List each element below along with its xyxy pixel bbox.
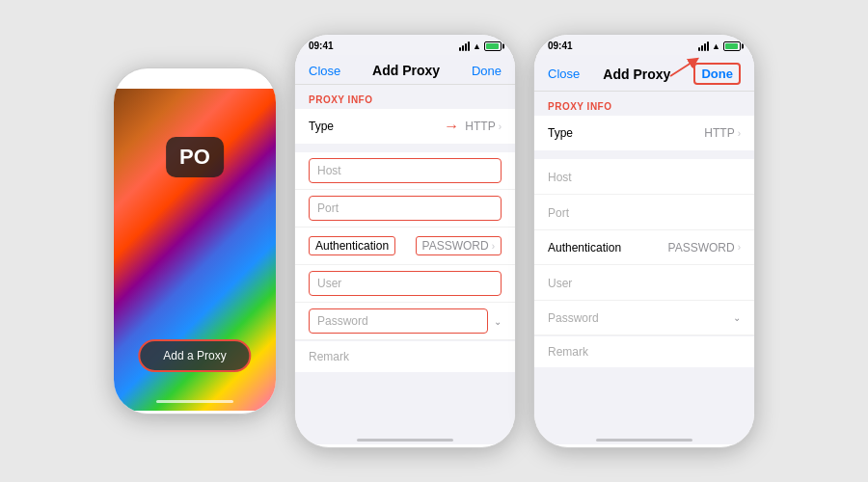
phone-1: 09:34 ← App Store ▲ PO Add a Proxy	[113, 67, 277, 415]
remark-row-3: Remark	[534, 336, 754, 367]
app-store-label: ← App Store	[172, 74, 218, 83]
auth-row-2: Authentication PASSWORD›	[295, 228, 515, 265]
nav-bar-3: Close Add Proxy Done	[534, 55, 754, 92]
status-right-3: ▲	[698, 41, 741, 51]
status-right-1: ▲	[220, 75, 262, 85]
form-screen-2: Close Add Proxy Done PROXY INFO Type → H…	[295, 55, 515, 444]
status-bar-1: 09:34 ← App Store ▲	[114, 68, 276, 89]
home-indicator-2	[357, 439, 453, 442]
user-input-3[interactable]: User	[548, 277, 572, 290]
password-input-3[interactable]: Password	[548, 311, 599, 325]
port-input-2[interactable]: Port	[309, 196, 502, 221]
po-logo: PO	[166, 137, 224, 177]
type-row-2: Type → HTTP›	[295, 109, 515, 144]
host-input-2[interactable]: Host	[309, 158, 502, 183]
auth-row-3: Authentication PASSWORD›	[534, 230, 754, 265]
auth-label-2: Authentication	[309, 236, 395, 255]
arrow-annotation-done	[665, 53, 704, 84]
svg-line-0	[670, 61, 694, 76]
signal-bars-1	[220, 75, 231, 85]
auth-label-3: Authentication	[548, 241, 621, 254]
section-label-3: PROXY INFO	[534, 92, 754, 116]
port-row-2: Port	[295, 190, 515, 228]
form-group-2: Type → HTTP›	[295, 109, 515, 144]
status-right-2: ▲	[459, 41, 502, 51]
chevron-auth-3: ›	[738, 242, 741, 253]
nav-done-2[interactable]: Done	[472, 64, 502, 78]
chevron-password-2: ⌄	[494, 316, 502, 327]
form-group-3: Type HTTP›	[534, 116, 754, 150]
nav-close-3[interactable]: Close	[548, 67, 580, 81]
section-label-2: PROXY INFO	[295, 85, 515, 109]
status-time-2: 09:41	[309, 40, 334, 51]
signal-bars-2	[459, 41, 470, 51]
password-row-3: Password ⌄	[534, 301, 754, 335]
nav-bar-2: Close Add Proxy Done	[295, 55, 515, 85]
battery-1	[245, 75, 262, 85]
home-indicator-3	[596, 439, 692, 442]
port-input-3[interactable]: Port	[548, 206, 569, 220]
chevron-password-3: ⌄	[733, 312, 741, 323]
host-row-2: Host	[295, 152, 515, 190]
user-row-2: User	[295, 265, 515, 303]
wifi-icon-2: ▲	[473, 41, 481, 51]
remark-row-2: Remark	[295, 341, 515, 372]
user-input-2[interactable]: User	[309, 271, 502, 296]
chevron-type-3: ›	[738, 128, 741, 139]
type-value-area: → HTTP›	[444, 118, 502, 135]
battery-2	[484, 41, 502, 51]
battery-3	[723, 41, 741, 51]
home-indicator-1	[156, 400, 233, 403]
nav-title-3: Add Proxy	[603, 67, 670, 82]
phone-2: 09:41 ▲ Close Add Proxy Done PROXY INFO …	[294, 34, 516, 448]
status-bar-3: 09:41 ▲	[534, 35, 754, 55]
auth-value-2[interactable]: PASSWORD›	[416, 236, 502, 255]
password-input-2[interactable]: Password	[309, 308, 488, 334]
status-time-1: 09:34	[127, 74, 152, 85]
chevron-auth-2: ›	[492, 241, 495, 252]
status-time-3: 09:41	[548, 40, 573, 51]
host-row-3: Host	[534, 159, 754, 195]
auth-value-3[interactable]: PASSWORD›	[668, 241, 741, 254]
type-value-2[interactable]: HTTP›	[465, 120, 502, 133]
signal-bars-3	[698, 41, 709, 51]
add-proxy-button[interactable]: Add a Proxy	[138, 339, 251, 372]
host-input-3[interactable]: Host	[548, 171, 572, 184]
user-row-3: User	[534, 265, 754, 301]
chevron-type-2: ›	[499, 121, 502, 132]
status-bar-2: 09:41 ▲	[295, 35, 515, 55]
wifi-icon-1: ▲	[233, 75, 242, 85]
port-row-3: Port	[534, 195, 754, 230]
wifi-icon-3: ▲	[712, 41, 720, 51]
type-label-3: Type	[548, 126, 573, 140]
type-value-3[interactable]: HTTP›	[704, 126, 741, 140]
type-row-3: Type HTTP›	[534, 116, 754, 150]
type-label-2: Type	[309, 120, 334, 133]
password-row-2: Password ⌄	[295, 303, 515, 340]
nav-close-2[interactable]: Close	[309, 64, 340, 78]
phone-3: 09:41 ▲ Close Add Proxy	[533, 34, 755, 448]
form-screen-3: Close Add Proxy Done PROXY INFO Type	[534, 55, 754, 444]
nav-title-2: Add Proxy	[372, 63, 440, 78]
phone1-background: PO Add a Proxy	[114, 89, 276, 411]
arrow-right-2: →	[444, 118, 459, 135]
